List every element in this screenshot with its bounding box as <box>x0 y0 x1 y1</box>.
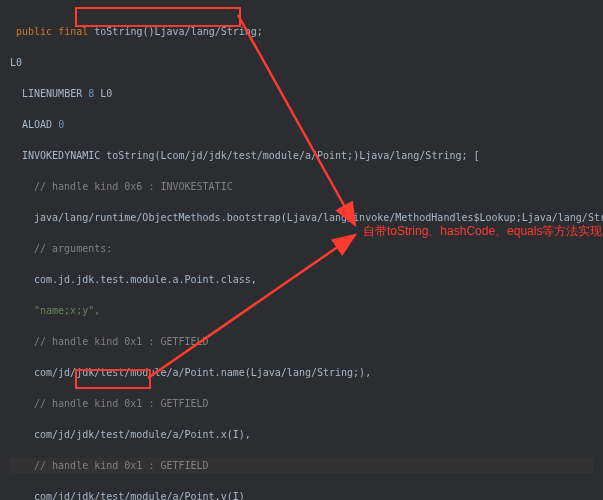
arg: com/jd/jdk/test/module/a/Point.name(Ljav… <box>10 365 593 381</box>
annotation-text: 自带toString、hashCode、equals等方法实现 <box>363 222 602 241</box>
kw-public: public final <box>10 26 94 37</box>
method-sig-tostring: toString()Ljava/lang/String; <box>94 26 263 37</box>
arg: com/jd/jdk/test/module/a/Point.y(I) <box>10 489 593 501</box>
label-l0: L0 <box>10 55 593 71</box>
arg: com/jd/jdk/test/module/a/Point.x(I), <box>10 427 593 443</box>
arg-string: "name;x;y", <box>10 303 593 319</box>
aload-idx: 0 <box>58 119 64 130</box>
bytecode-viewer: public final toString()Ljava/lang/String… <box>0 0 603 500</box>
line-lbl: L0 <box>94 88 112 99</box>
comment: // arguments: <box>10 241 593 257</box>
comment: // handle kind 0x1 : GETFIELD <box>10 396 593 412</box>
comment: // handle kind 0x1 : GETFIELD <box>10 458 593 474</box>
op-linenumber: LINENUMBER <box>22 88 88 99</box>
comment: // handle kind 0x6 : INVOKESTATIC <box>10 179 593 195</box>
arg: com.jd.jdk.test.module.a.Point.class, <box>10 272 593 288</box>
op-invokedynamic: INVOKEDYNAMIC toString(Lcom/jd/jdk/test/… <box>10 148 593 164</box>
op-aload: ALOAD <box>22 119 58 130</box>
comment: // handle kind 0x1 : GETFIELD <box>10 334 593 350</box>
